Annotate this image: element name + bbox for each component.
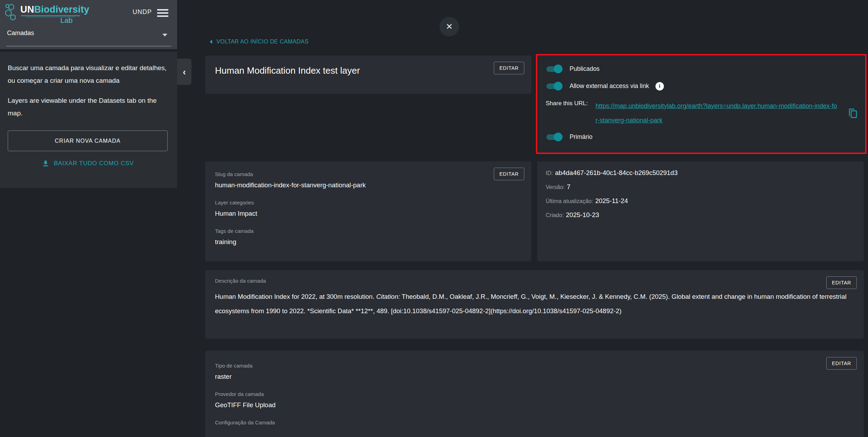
sidebar-collapse-button[interactable]: ‹ [177,59,191,85]
edit-title-button[interactable]: EDITAR [494,62,524,74]
publish-settings-panel: Publicados Allow external access via lin… [536,54,867,154]
published-toggle-row: Publicados [546,65,857,73]
share-url-label: Share this URL: [546,99,588,107]
layer-title: Human Modification Index test layer [215,65,524,76]
sidebar-header: UNBiodiversity Lab UNDP Camadas [0,0,177,49]
external-access-toggle[interactable] [546,82,563,90]
citation-label: Citation: [376,293,400,300]
back-arrow-icon [210,40,212,44]
chevron-down-icon [162,34,167,36]
type-value: raster [215,373,854,381]
provider-value: GeoTIFF File Upload [215,401,854,409]
camadas-select-value: Camadas [7,29,34,36]
published-toggle-label: Publicados [570,65,600,73]
layer-title-card: Human Modification Index test layer EDIT… [205,55,531,94]
share-url-row: Share this URL: https://map.unbiodiversi… [546,99,857,128]
download-csv-link[interactable]: BAIXAR TUDO COMO CSV [8,160,168,167]
primary-toggle[interactable] [546,133,563,141]
config-label: Configuração da Camada [215,419,854,425]
chevron-left-icon: ‹ [183,67,186,76]
primary-toggle-row: Primário [546,133,857,141]
published-toggle[interactable] [546,65,563,73]
slug-value: human-modification-index-for-stanverg-na… [215,181,524,189]
close-icon: ✕ [446,22,453,32]
unbiodiversity-logo: UNBiodiversity Lab [5,4,96,25]
tags-label: Tags de camada [215,228,524,234]
meta-created-line: Criado:2025-10-23 [546,211,855,219]
meta-id-value: ab4da467-261b-40c1-84cc-b269c50291d3 [555,169,678,176]
menu-icon[interactable] [157,9,168,17]
copy-url-icon[interactable] [848,108,857,120]
brand-biodiversity: Biodiversity [34,4,89,15]
edit-description-button[interactable]: EDITAR [826,276,857,289]
meta-created-value: 2025-10-23 [566,211,599,218]
slug-card: Slug da camada human-modification-index-… [205,161,531,261]
primary-toggle-label: Primário [570,133,592,141]
undp-label: UNDP [133,8,152,16]
meta-updated-value: 2025-11-24 [595,197,628,204]
sidebar-intro-pt: Buscar uma camada para visualizar e edit… [8,62,168,87]
meta-version-value: 7 [567,183,570,190]
provider-label: Provedor da camada [215,391,854,397]
layer-type-card: Tipo de camada raster Provedor da camada… [205,351,864,437]
create-layer-button[interactable]: CRIAR NOVA CAMADA [8,130,168,151]
type-label: Tipo de camada [215,363,854,369]
meta-updated-line: Última atualização:2025-11-24 [546,197,855,205]
external-access-toggle-row: Allow external access via link i [546,82,857,90]
download-csv-label: BAIXAR TUDO COMO CSV [54,160,134,167]
share-url-link[interactable]: https://map.unbiodiversitylab.org/earth?… [596,99,837,128]
info-icon[interactable]: i [655,82,664,90]
layer-meta-card: ID:ab4da467-261b-40c1-84cc-b269c50291d3 … [537,161,864,261]
external-access-toggle-label: Allow external access via link [570,82,649,90]
close-button[interactable]: ✕ [439,17,459,36]
tags-value: training [215,238,524,246]
brand-lab: Lab [60,16,73,25]
camadas-select[interactable]: Camadas [7,29,170,41]
meta-id-line: ID:ab4da467-261b-40c1-84cc-b269c50291d3 [546,169,855,177]
layers-sidebar-panel: Buscar uma camada para visualizar e edit… [0,52,177,188]
download-icon [42,160,49,167]
description-label: Descrição da camada [215,278,854,284]
meta-version-line: Versão:7 [546,183,855,191]
description-text: Human Modification Index for 2022, at 30… [215,289,854,318]
brand-un: UN [20,4,34,15]
hexagon-cluster-icon [5,4,21,25]
sidebar-intro-en: Layers are viewable under the Datasets t… [8,94,168,120]
description-card: Descrição da camada Human Modification I… [205,270,864,339]
edit-type-button[interactable]: EDITAR [826,357,857,370]
select-underline [6,46,171,46]
categories-value: Human Impact [215,210,524,217]
categories-label: Layer categories [215,200,524,206]
slug-label: Slug da camada [215,171,524,177]
back-to-layers-link[interactable]: VOLTAR AO INÍCIO DE CAMADAS [210,39,309,45]
edit-slug-button[interactable]: EDITAR [494,168,524,180]
back-link-label: VOLTAR AO INÍCIO DE CAMADAS [216,39,309,45]
